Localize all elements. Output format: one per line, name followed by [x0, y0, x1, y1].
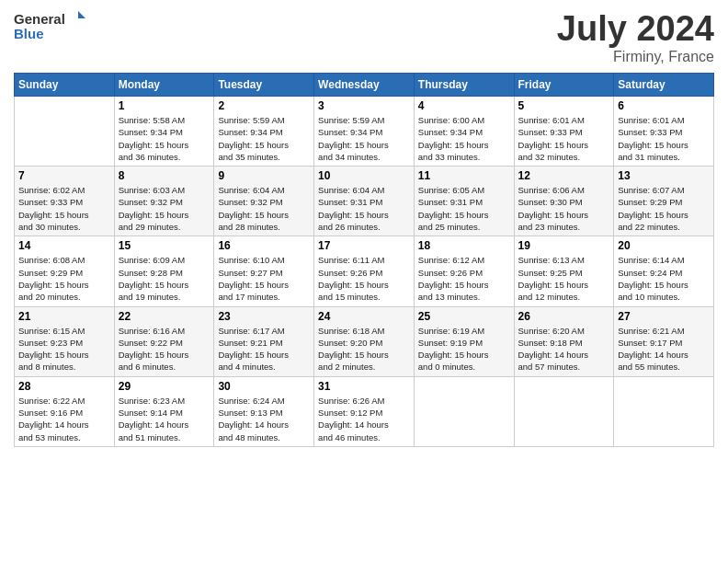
- table-row: 1Sunrise: 5:58 AM Sunset: 9:34 PM Daylig…: [114, 97, 214, 167]
- calendar-table: Sunday Monday Tuesday Wednesday Thursday…: [14, 73, 714, 447]
- table-row: 14Sunrise: 6:08 AM Sunset: 9:29 PM Dayli…: [15, 236, 115, 306]
- day-number: 18: [418, 239, 510, 252]
- table-row: 6Sunrise: 6:01 AM Sunset: 9:33 PM Daylig…: [614, 97, 714, 167]
- day-number: 24: [318, 310, 410, 323]
- day-number: 4: [418, 99, 510, 112]
- day-info: Sunrise: 6:19 AM Sunset: 9:19 PM Dayligh…: [418, 325, 510, 373]
- table-row: 30Sunrise: 6:24 AM Sunset: 9:13 PM Dayli…: [214, 376, 314, 446]
- table-row: 13Sunrise: 6:07 AM Sunset: 9:29 PM Dayli…: [614, 167, 714, 236]
- svg-text:General: General: [14, 11, 65, 27]
- day-number: 1: [119, 99, 210, 112]
- day-number: 2: [218, 99, 310, 112]
- day-info: Sunrise: 6:21 AM Sunset: 9:17 PM Dayligh…: [618, 325, 710, 373]
- title-block: July 2024 Firminy, France: [557, 9, 714, 65]
- day-info: Sunrise: 5:58 AM Sunset: 9:34 PM Dayligh…: [119, 114, 210, 163]
- day-number: 28: [18, 380, 110, 393]
- header: General Blue July 2024 Firminy, France: [14, 9, 714, 65]
- table-row: 22Sunrise: 6:16 AM Sunset: 9:22 PM Dayli…: [114, 306, 214, 376]
- day-info: Sunrise: 6:02 AM Sunset: 9:33 PM Dayligh…: [18, 184, 110, 233]
- day-number: 7: [18, 169, 110, 182]
- table-row: 3Sunrise: 5:59 AM Sunset: 9:34 PM Daylig…: [314, 97, 415, 167]
- day-info: Sunrise: 6:04 AM Sunset: 9:31 PM Dayligh…: [318, 184, 410, 233]
- table-row: 2Sunrise: 5:59 AM Sunset: 9:34 PM Daylig…: [214, 97, 314, 167]
- table-row: [614, 376, 714, 446]
- page: General Blue July 2024 Firminy, France S…: [0, 0, 728, 563]
- day-number: 9: [218, 169, 310, 182]
- day-info: Sunrise: 6:18 AM Sunset: 9:20 PM Dayligh…: [318, 325, 410, 373]
- calendar-week-row: 28Sunrise: 6:22 AM Sunset: 9:16 PM Dayli…: [15, 376, 714, 446]
- day-number: 12: [518, 169, 610, 182]
- title-month: July 2024: [557, 9, 714, 49]
- table-row: 11Sunrise: 6:05 AM Sunset: 9:31 PM Dayli…: [414, 167, 514, 236]
- day-number: 21: [18, 310, 110, 323]
- table-row: 28Sunrise: 6:22 AM Sunset: 9:16 PM Dayli…: [15, 376, 115, 446]
- day-number: 19: [518, 239, 610, 252]
- table-row: 18Sunrise: 6:12 AM Sunset: 9:26 PM Dayli…: [414, 236, 514, 306]
- logo-svg: General Blue: [14, 9, 97, 42]
- calendar-header-row: Sunday Monday Tuesday Wednesday Thursday…: [15, 74, 714, 97]
- table-row: 8Sunrise: 6:03 AM Sunset: 9:32 PM Daylig…: [114, 167, 214, 236]
- day-info: Sunrise: 6:08 AM Sunset: 9:29 PM Dayligh…: [18, 254, 110, 303]
- table-row: 5Sunrise: 6:01 AM Sunset: 9:33 PM Daylig…: [514, 97, 614, 167]
- day-number: 13: [618, 169, 710, 182]
- svg-marker-1: [78, 11, 85, 18]
- day-info: Sunrise: 6:15 AM Sunset: 9:23 PM Dayligh…: [18, 325, 110, 373]
- day-number: 5: [518, 99, 610, 112]
- day-info: Sunrise: 6:10 AM Sunset: 9:27 PM Dayligh…: [218, 254, 310, 303]
- day-number: 25: [418, 310, 510, 323]
- col-thursday: Thursday: [414, 74, 514, 97]
- col-sunday: Sunday: [15, 74, 115, 97]
- day-info: Sunrise: 6:16 AM Sunset: 9:22 PM Dayligh…: [119, 325, 210, 373]
- day-info: Sunrise: 6:11 AM Sunset: 9:26 PM Dayligh…: [318, 254, 410, 303]
- col-friday: Friday: [514, 74, 614, 97]
- svg-text:Blue: Blue: [14, 26, 44, 41]
- day-number: 11: [418, 169, 510, 182]
- day-number: 16: [218, 239, 310, 252]
- table-row: 10Sunrise: 6:04 AM Sunset: 9:31 PM Dayli…: [314, 167, 415, 236]
- calendar-week-row: 21Sunrise: 6:15 AM Sunset: 9:23 PM Dayli…: [15, 306, 714, 376]
- table-row: 29Sunrise: 6:23 AM Sunset: 9:14 PM Dayli…: [114, 376, 214, 446]
- day-number: 6: [618, 99, 710, 112]
- day-number: 3: [318, 99, 410, 112]
- table-row: 31Sunrise: 6:26 AM Sunset: 9:12 PM Dayli…: [314, 376, 415, 446]
- day-info: Sunrise: 6:23 AM Sunset: 9:14 PM Dayligh…: [119, 395, 210, 443]
- day-number: 30: [218, 380, 310, 393]
- day-info: Sunrise: 6:26 AM Sunset: 9:12 PM Dayligh…: [318, 395, 410, 443]
- day-number: 26: [518, 310, 610, 323]
- table-row: 27Sunrise: 6:21 AM Sunset: 9:17 PM Dayli…: [614, 306, 714, 376]
- table-row: 24Sunrise: 6:18 AM Sunset: 9:20 PM Dayli…: [314, 306, 415, 376]
- table-row: 12Sunrise: 6:06 AM Sunset: 9:30 PM Dayli…: [514, 167, 614, 236]
- table-row: 9Sunrise: 6:04 AM Sunset: 9:32 PM Daylig…: [214, 167, 314, 236]
- day-info: Sunrise: 6:20 AM Sunset: 9:18 PM Dayligh…: [518, 325, 610, 373]
- day-info: Sunrise: 6:17 AM Sunset: 9:21 PM Dayligh…: [218, 325, 310, 373]
- table-row: 20Sunrise: 6:14 AM Sunset: 9:24 PM Dayli…: [614, 236, 714, 306]
- day-info: Sunrise: 6:14 AM Sunset: 9:24 PM Dayligh…: [618, 254, 710, 303]
- day-info: Sunrise: 5:59 AM Sunset: 9:34 PM Dayligh…: [218, 114, 310, 163]
- day-number: 10: [318, 169, 410, 182]
- day-info: Sunrise: 6:01 AM Sunset: 9:33 PM Dayligh…: [518, 114, 610, 163]
- calendar-week-row: 1Sunrise: 5:58 AM Sunset: 9:34 PM Daylig…: [15, 97, 714, 167]
- table-row: 21Sunrise: 6:15 AM Sunset: 9:23 PM Dayli…: [15, 306, 115, 376]
- day-info: Sunrise: 5:59 AM Sunset: 9:34 PM Dayligh…: [318, 114, 410, 163]
- day-info: Sunrise: 6:04 AM Sunset: 9:32 PM Dayligh…: [218, 184, 310, 233]
- table-row: [414, 376, 514, 446]
- day-number: 29: [119, 380, 210, 393]
- day-info: Sunrise: 6:00 AM Sunset: 9:34 PM Dayligh…: [418, 114, 510, 163]
- col-monday: Monday: [114, 74, 214, 97]
- table-row: 16Sunrise: 6:10 AM Sunset: 9:27 PM Dayli…: [214, 236, 314, 306]
- calendar-week-row: 7Sunrise: 6:02 AM Sunset: 9:33 PM Daylig…: [15, 167, 714, 236]
- day-info: Sunrise: 6:03 AM Sunset: 9:32 PM Dayligh…: [119, 184, 210, 233]
- table-row: [514, 376, 614, 446]
- day-number: 23: [218, 310, 310, 323]
- day-number: 31: [318, 380, 410, 393]
- day-number: 17: [318, 239, 410, 252]
- day-number: 20: [618, 239, 710, 252]
- day-number: 8: [119, 169, 210, 182]
- table-row: 19Sunrise: 6:13 AM Sunset: 9:25 PM Dayli…: [514, 236, 614, 306]
- calendar-week-row: 14Sunrise: 6:08 AM Sunset: 9:29 PM Dayli…: [15, 236, 714, 306]
- day-info: Sunrise: 6:01 AM Sunset: 9:33 PM Dayligh…: [618, 114, 710, 163]
- day-info: Sunrise: 6:07 AM Sunset: 9:29 PM Dayligh…: [618, 184, 710, 233]
- day-number: 15: [119, 239, 210, 252]
- col-wednesday: Wednesday: [314, 74, 415, 97]
- logo: General Blue: [14, 9, 97, 42]
